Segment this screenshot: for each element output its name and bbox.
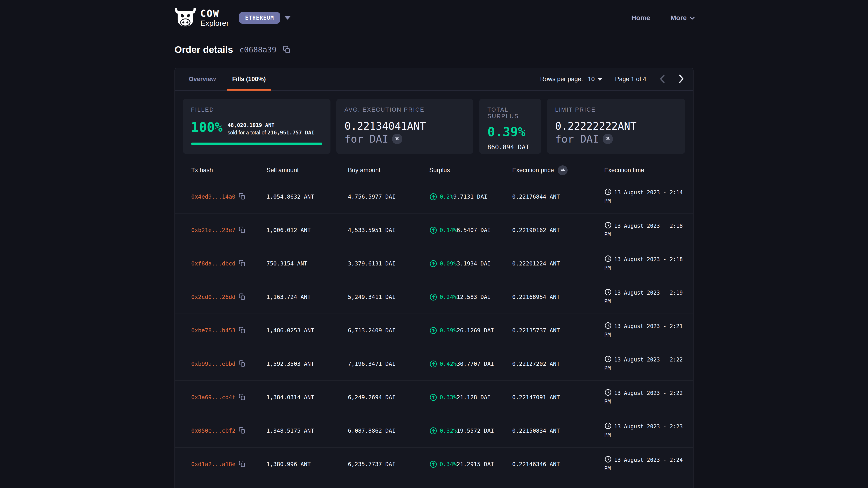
execution-price-cell: 0.22127202 ANT: [512, 361, 604, 367]
invert-avg-price-button[interactable]: [392, 134, 402, 144]
table-row: 0xb21e...23e7 1,006.012 ANT 4,533.5951 D…: [175, 214, 693, 247]
swap-arrows-icon: [394, 135, 400, 142]
buy-amount-cell: 4,533.5951 DAI: [348, 227, 429, 233]
copy-tx-hash-button[interactable]: [239, 394, 246, 401]
copy-tx-hash-button[interactable]: [239, 226, 246, 234]
surplus-percent: 0.33%: [440, 394, 457, 400]
next-page-button[interactable]: [678, 74, 685, 84]
column-header-buy-amount: Buy amount: [348, 167, 429, 174]
swap-arrows-icon: [560, 167, 565, 173]
surplus-up-icon: [429, 193, 437, 201]
buy-amount-cell: 6,713.2409 DAI: [348, 327, 429, 334]
copy-tx-hash-button[interactable]: [239, 360, 246, 367]
execution-time-cell: 13 August 2023 - 2:18 PM: [604, 255, 686, 272]
network-caret-down-icon[interactable]: [284, 16, 291, 20]
copy-tx-hash-button[interactable]: [239, 327, 246, 334]
copy-icon: [239, 427, 246, 434]
avg-price-label: AVG. EXECUTION PRICE: [344, 106, 465, 113]
execution-time-cell: 13 August 2023 - 2:18 PM: [604, 221, 686, 239]
surplus-amount: 19.5572 DAI: [457, 427, 494, 434]
filled-progress-bar: [191, 142, 322, 145]
page-title: Order details: [175, 44, 233, 55]
surplus-up-icon: [429, 360, 437, 368]
rows-per-page-select[interactable]: 10: [588, 76, 602, 83]
clock-icon: [604, 323, 614, 329]
clock-icon: [604, 189, 614, 196]
total-surplus-label: TOTAL SURPLUS: [487, 106, 533, 120]
network-selector-badge[interactable]: ETHEREUM: [239, 12, 281, 24]
tx-hash-link[interactable]: 0xb21e...23e7: [191, 227, 236, 233]
limit-price-value: 0.22222222ANT: [555, 120, 677, 133]
filled-label: FILLED: [191, 106, 322, 113]
filled-sold-total: sold for a total of 216,951.757 DAI: [228, 129, 314, 136]
surplus-up-icon: [429, 226, 437, 234]
buy-amount-cell: 6,249.2694 DAI: [348, 394, 429, 400]
total-surplus-card: TOTAL SURPLUS 0.39% 860.894 DAI: [479, 99, 541, 154]
table-row: 0x4ed9...14a0 1,054.8632 ANT 4,756.5977 …: [175, 180, 693, 214]
copy-icon: [239, 327, 246, 334]
order-id: c0688a39: [239, 45, 276, 54]
tx-hash-link[interactable]: 0x4ed9...14a0: [191, 193, 236, 200]
execution-time-cell: 13 August 2023 - 2:23 PM: [604, 422, 686, 440]
invert-limit-price-button[interactable]: [602, 134, 613, 144]
buy-amount-cell: 3,379.6131 DAI: [348, 260, 429, 267]
tx-hash-link[interactable]: 0xf8da...dbcd: [191, 260, 236, 267]
copy-order-id-button[interactable]: [283, 46, 290, 54]
tx-hash-link[interactable]: 0xbe78...b453: [191, 327, 236, 334]
surplus-percent: 0.2%: [440, 193, 453, 200]
column-header-tx-hash: Tx hash: [191, 167, 267, 174]
copy-tx-hash-button[interactable]: [239, 293, 246, 301]
copy-icon: [239, 293, 246, 301]
surplus-percent: 0.09%: [440, 260, 457, 267]
sell-amount-cell: 1,054.8632 ANT: [267, 193, 348, 200]
nav-home-link[interactable]: Home: [631, 14, 650, 22]
copy-icon: [239, 260, 246, 267]
surplus-up-icon: [429, 460, 437, 468]
clock-icon: [604, 423, 614, 430]
tx-hash-link[interactable]: 0xd1a2...a18e: [191, 461, 236, 467]
avg-price-value: 0.22134041ANT: [344, 120, 465, 133]
cow-explorer-logo[interactable]: COW Explorer: [175, 8, 229, 28]
tx-hash-link[interactable]: 0xb99a...ebbd: [191, 361, 236, 367]
copy-tx-hash-button[interactable]: [239, 427, 246, 434]
tx-hash-link[interactable]: 0x2cd0...26dd: [191, 294, 236, 300]
execution-time-cell: 13 August 2023 - 2:22 PM: [604, 355, 686, 373]
chevron-right-icon: [678, 74, 685, 84]
surplus-cell: 0.14%6.5407 DAI: [429, 226, 512, 234]
total-surplus-amount: 860.894 DAI: [487, 143, 533, 151]
tab-fills[interactable]: Fills (100%): [227, 68, 271, 90]
copy-icon: [239, 226, 246, 234]
column-header-sell-amount: Sell amount: [267, 167, 348, 174]
brand-name: COW: [200, 9, 229, 18]
tab-overview[interactable]: Overview: [183, 68, 221, 90]
main-nav: Home More: [631, 14, 693, 22]
sell-amount-cell: 1,486.0253 ANT: [267, 327, 348, 334]
tx-hash-link[interactable]: 0x050e...cbf2: [191, 427, 236, 434]
table-row: 0xbe78...b453 1,486.0253 ANT 6,713.2409 …: [175, 314, 693, 347]
filled-stat-card: FILLED 100% 48,020.1919 ANT sold for a t…: [183, 99, 331, 154]
clock-icon: [604, 223, 614, 229]
execution-price-cell: 0.22201224 ANT: [512, 260, 604, 267]
limit-price-label: LIMIT PRICE: [555, 106, 677, 113]
limit-price-card: LIMIT PRICE 0.22222222ANT for DAI: [547, 99, 685, 154]
sell-amount-cell: 750.3154 ANT: [267, 260, 348, 267]
chevron-left-icon: [659, 74, 666, 84]
table-row: 0xb99a...ebbd 1,592.3503 ANT 7,196.3471 …: [175, 347, 693, 381]
surplus-percent: 0.24%: [440, 294, 457, 300]
copy-tx-hash-button[interactable]: [239, 193, 246, 200]
clock-icon: [604, 290, 614, 296]
surplus-amount: 30.7707 DAI: [457, 361, 494, 367]
copy-tx-hash-button[interactable]: [239, 460, 246, 468]
nav-more-menu[interactable]: More: [671, 14, 693, 22]
previous-page-button[interactable]: [659, 74, 666, 84]
table-header-row: Tx hash Sell amount Buy amount Surplus E…: [175, 161, 693, 180]
surplus-cell: 0.39%26.1269 DAI: [429, 326, 512, 335]
copy-tx-hash-button[interactable]: [239, 260, 246, 267]
chevron-down-icon: [690, 15, 695, 20]
invert-execution-price-button[interactable]: [558, 165, 567, 175]
app-header: COW Explorer ETHEREUM Home More: [0, 0, 868, 28]
tx-hash-link[interactable]: 0x3a69...cd4f: [191, 394, 236, 400]
surplus-up-icon: [429, 427, 437, 435]
clock-icon: [604, 390, 614, 396]
surplus-cell: 0.09%3.1934 DAI: [429, 260, 512, 268]
